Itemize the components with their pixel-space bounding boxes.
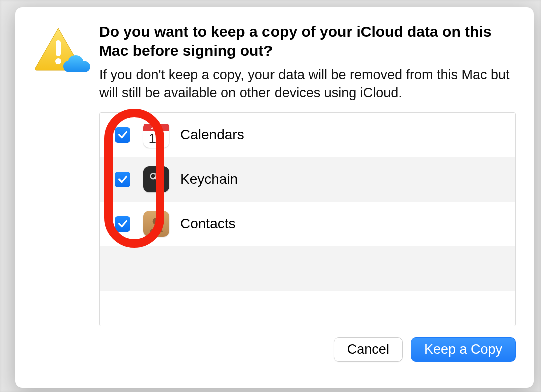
dialog-text: Do you want to keep a copy of your iClou… — [99, 22, 516, 362]
list-item-calendars: JUL 17 Calendars — [100, 113, 515, 157]
icloud-data-list: JUL 17 Calendars — [99, 112, 516, 326]
calendar-month-label: JUL — [143, 124, 169, 131]
svg-point-4 — [153, 218, 160, 225]
checkmark-icon — [117, 129, 128, 140]
list-item-empty — [100, 246, 515, 291]
dialog-header: Do you want to keep a copy of your iClou… — [33, 22, 516, 362]
list-item-label: Contacts — [180, 216, 236, 232]
checkbox-keychain[interactable] — [115, 172, 130, 187]
keep-a-copy-button[interactable]: Keep a Copy — [411, 337, 516, 362]
checkbox-contacts[interactable] — [115, 216, 130, 232]
dialog-subtitle: If you don't keep a copy, your data will… — [99, 66, 516, 102]
list-item-contacts: Contacts — [100, 202, 515, 246]
checkmark-icon — [117, 174, 128, 185]
checkbox-calendars[interactable] — [115, 127, 130, 143]
keys-icon — [146, 169, 166, 189]
dialog-title: Do you want to keep a copy of your iClou… — [99, 22, 516, 60]
signout-dialog: Do you want to keep a copy of your iClou… — [15, 7, 534, 388]
list-item-label: Calendars — [180, 127, 244, 143]
icloud-icon — [62, 54, 91, 74]
dialog-buttons: Cancel Keep a Copy — [99, 337, 516, 362]
cancel-button[interactable]: Cancel — [334, 337, 403, 362]
keychain-app-icon — [143, 166, 169, 192]
svg-point-1 — [55, 58, 61, 64]
contacts-app-icon — [143, 211, 169, 237]
list-item-keychain: Keychain — [100, 157, 515, 202]
list-item-empty — [100, 291, 515, 326]
list-item-label: Keychain — [180, 171, 238, 187]
svg-rect-0 — [56, 40, 61, 56]
checkmark-icon — [117, 218, 128, 229]
calendar-day-label: 17 — [148, 132, 164, 146]
warning-icloud-icon — [33, 26, 93, 73]
person-icon — [146, 213, 167, 234]
calendar-app-icon: JUL 17 — [143, 122, 169, 148]
